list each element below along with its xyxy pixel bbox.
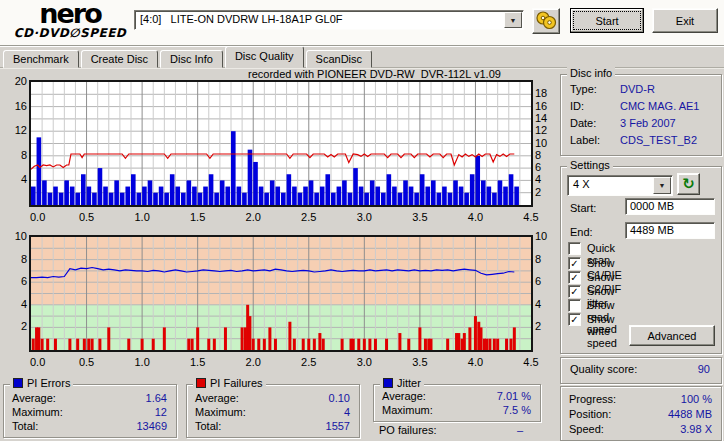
axis-tick-label: 8	[535, 149, 559, 161]
drive-selector[interactable]: [4:0] LITE-ON DVDRW LH-18A1P GL0F ▼	[134, 10, 524, 30]
axis-tick-label: 3.5	[407, 211, 433, 223]
chevron-down-icon[interactable]: ▼	[504, 12, 522, 28]
disc-info-value: DVD-R	[620, 83, 655, 95]
axis-tick-label: 4	[1, 173, 27, 185]
axis-tick-label: 4	[535, 298, 559, 310]
axis-tick-label: 0.0	[30, 211, 56, 223]
nero-cd-dvd-speed-window: nero CD·DVD∅SPEED [4:0] LITE-ON DVDRW LH…	[0, 0, 724, 441]
axis-tick-label: 8	[1, 253, 27, 265]
quality-score-box: Quality score:90	[560, 357, 722, 384]
jitter-color-swatch	[383, 378, 393, 388]
tab-disc-info[interactable]: Disc Info	[160, 50, 223, 68]
stat-label: Maximum:	[195, 406, 246, 418]
axis-tick-label: 1.0	[129, 356, 155, 368]
axis-tick-label: 6	[535, 161, 559, 173]
stat-label: Total:	[195, 420, 221, 432]
start-position-input[interactable]: 0000 MB	[625, 198, 715, 215]
axis-tick-label: 2	[535, 320, 559, 332]
axis-tick-label: 10	[535, 137, 559, 149]
start-position-label: Start:	[570, 202, 596, 214]
speed-value: 3.98 X	[680, 423, 712, 435]
pi-errors-color-swatch	[13, 378, 23, 388]
stat-label: Total:	[12, 420, 38, 432]
disc-info-value: 3 Feb 2007	[620, 117, 676, 129]
show-read-speed-checkbox[interactable]	[568, 299, 581, 312]
nero-logo: nero CD·DVD∅SPEED	[8, 1, 132, 39]
scan-speed-value: 4 X	[573, 178, 590, 190]
axis-tick-label: 4.5	[518, 211, 544, 223]
scan-speed-select[interactable]: 4 X ▼	[567, 175, 673, 196]
quality-score-label: Quality score:	[570, 363, 637, 375]
cd-dvd-speed-logo-text: CD·DVD∅SPEED	[8, 27, 132, 39]
pi-errors-stats-box: PI Errors Average:1.64 Maximum:12 Total:…	[3, 384, 177, 438]
quick-scan-checkbox[interactable]	[568, 242, 581, 255]
pi-errors-legend: PI Errors	[10, 377, 73, 389]
disc-tools-button[interactable]	[532, 8, 560, 34]
stat-label: Average:	[12, 392, 56, 404]
pi-errors-chart	[29, 80, 533, 207]
axis-tick-label: 1.0	[129, 211, 155, 223]
axis-tick-label: 2.5	[296, 211, 322, 223]
progress-box: Progress:100 % Position:4488 MB Speed:3.…	[560, 386, 722, 441]
refresh-icon: ↻	[682, 175, 695, 192]
stat-value: 4	[344, 406, 350, 418]
chevron-down-icon[interactable]: ▼	[653, 177, 671, 194]
po-failures-label: PO failures:	[379, 424, 436, 436]
pi-failures-legend-label: PI Failures	[210, 377, 263, 389]
drive-selector-value: [4:0] LITE-ON DVDRW LH-18A1P GL0F	[140, 13, 343, 25]
axis-tick-label: 4.5	[518, 356, 544, 368]
tab-create-disc[interactable]: Create Disc	[81, 50, 158, 68]
position-label: Position:	[569, 408, 611, 420]
start-button[interactable]: Start	[570, 8, 644, 33]
stat-label: Average:	[195, 392, 239, 404]
disc-info-label: Type:	[570, 83, 620, 95]
pi-failures-legend: PI Failures	[193, 377, 266, 389]
axis-tick-label: 6	[1, 275, 27, 287]
advanced-button[interactable]: Advanced	[629, 325, 715, 346]
tab-disc-quality[interactable]: Disc Quality	[225, 46, 304, 68]
axis-tick-label: 6	[535, 275, 559, 287]
disc-info-box: Disc info Type:DVD-R ID:CMC MAG. AE1 Dat…	[560, 74, 722, 156]
exit-button[interactable]: Exit	[652, 8, 718, 33]
axis-tick-label: 16	[1, 100, 27, 112]
axis-tick-label: 1.5	[185, 211, 211, 223]
end-position-label: End:	[570, 226, 593, 238]
nero-logo-text: nero	[8, 1, 132, 27]
show-c1-pie-checkbox[interactable]: ✓	[568, 257, 581, 270]
show-jitter-checkbox[interactable]: ✓	[568, 285, 581, 298]
axis-tick-label: 12	[1, 124, 27, 136]
axis-tick-label: 12	[535, 124, 559, 136]
axis-tick-label: 2	[1, 320, 27, 332]
refresh-button[interactable]: ↻	[677, 173, 700, 195]
axis-tick-label: 2.5	[296, 356, 322, 368]
stat-label: Maximum:	[382, 404, 433, 416]
disc-info-label: Label:	[570, 134, 620, 146]
axis-tick-label: 20	[1, 75, 27, 87]
stat-value: 1.64	[146, 392, 167, 404]
po-failures-row: PO failures: –	[379, 424, 537, 436]
pi-errors-legend-label: PI Errors	[27, 377, 70, 389]
axis-tick-label: 0.5	[74, 211, 100, 223]
jitter-legend: Jitter	[380, 377, 424, 389]
progress-label: Progress:	[569, 393, 616, 405]
show-write-speed-checkbox[interactable]: ✓	[568, 313, 581, 326]
axis-tick-label: 4	[1, 298, 27, 310]
end-position-input[interactable]: 4489 MB	[625, 222, 715, 239]
axis-tick-label: 4.0	[462, 211, 488, 223]
stat-value: 13469	[136, 420, 167, 432]
jitter-legend-label: Jitter	[397, 377, 421, 389]
speed-label: Speed:	[569, 423, 604, 435]
axis-tick-label: 8	[535, 253, 559, 265]
show-c2-pif-checkbox[interactable]: ✓	[568, 271, 581, 284]
tab-scandisc[interactable]: ScanDisc	[306, 50, 372, 68]
toolbar: nero CD·DVD∅SPEED [4:0] LITE-ON DVDRW LH…	[0, 0, 724, 46]
pi-failures-color-swatch	[196, 378, 206, 388]
axis-tick-label: 0.0	[30, 356, 56, 368]
axis-tick-label: 3.0	[351, 356, 377, 368]
tab-benchmark[interactable]: Benchmark	[3, 50, 79, 68]
axis-tick-label: 3.0	[351, 211, 377, 223]
disc-info-value: CMC MAG. AE1	[620, 100, 699, 112]
discs-icon	[535, 10, 557, 30]
axis-tick-label: 10	[535, 230, 559, 242]
jitter-stats-box: Jitter Average:7.01 % Maximum:7.5 %	[373, 384, 541, 422]
